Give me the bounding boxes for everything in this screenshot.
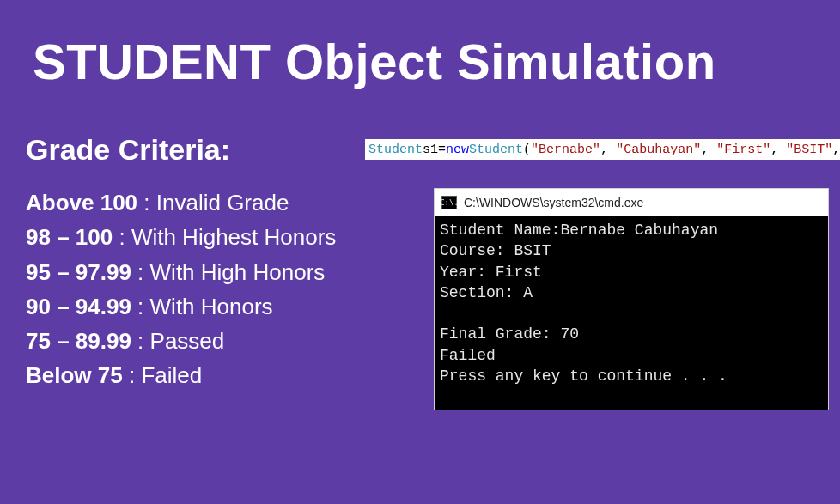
code-open-paren: ( — [523, 143, 531, 157]
criteria-label: With Highest Honors — [131, 224, 336, 250]
code-snippet: Student s1 = new Student("Bernabe", "Cab… — [365, 139, 840, 160]
cmd-line: Course: BSIT — [440, 242, 551, 259]
cmd-titlebar: C:\. C:\WINDOWS\system32\cmd.exe — [435, 189, 828, 216]
code-arg: "Bernabe" — [531, 143, 600, 157]
code-arg: "First" — [716, 143, 770, 157]
code-arg: "BSIT" — [786, 143, 832, 157]
cmd-line: Press any key to continue . . . — [440, 367, 727, 385]
cmd-window: C:\. C:\WINDOWS\system32\cmd.exe Student… — [434, 188, 829, 410]
code-type: Student — [368, 143, 423, 157]
code-eq: = — [438, 143, 446, 157]
criteria-label: With High Honors — [150, 259, 326, 285]
code-arg: "Cabuhayan" — [616, 143, 701, 157]
criteria-range: Above 100 — [26, 190, 137, 216]
criteria-range: 90 – 94.99 — [26, 294, 131, 319]
criteria-range: Below 75 — [26, 362, 123, 388]
cmd-title-text: C:\WINDOWS\system32\cmd.exe — [464, 196, 643, 209]
criteria-range: 98 – 100 — [26, 224, 113, 250]
cmd-line: Final Grade: 70 — [440, 325, 579, 343]
code-ctor: Student — [469, 143, 523, 157]
criteria-range: 95 – 97.99 — [26, 259, 131, 285]
criteria-range: 75 – 89.99 — [26, 328, 131, 354]
criteria-label: Failed — [141, 362, 202, 388]
cmd-icon: C:\. — [441, 196, 457, 209]
criteria-label: Invalid Grade — [156, 190, 289, 216]
cmd-line: Student Name:Bernabe Cabuhayan — [440, 222, 718, 239]
cmd-line: Year: First — [440, 264, 542, 281]
criteria-label: With Honors — [150, 294, 273, 319]
slide-title: STUDENT Object Simulation — [0, 0, 840, 90]
code-var: s1 — [423, 143, 438, 157]
cmd-output: Student Name:Bernabe Cabuhayan Course: B… — [435, 216, 828, 410]
cmd-line: Section: A — [440, 284, 533, 301]
criteria-label: Passed — [150, 328, 225, 354]
cmd-line: Failed — [440, 347, 496, 364]
code-keyword-new: new — [446, 143, 469, 157]
